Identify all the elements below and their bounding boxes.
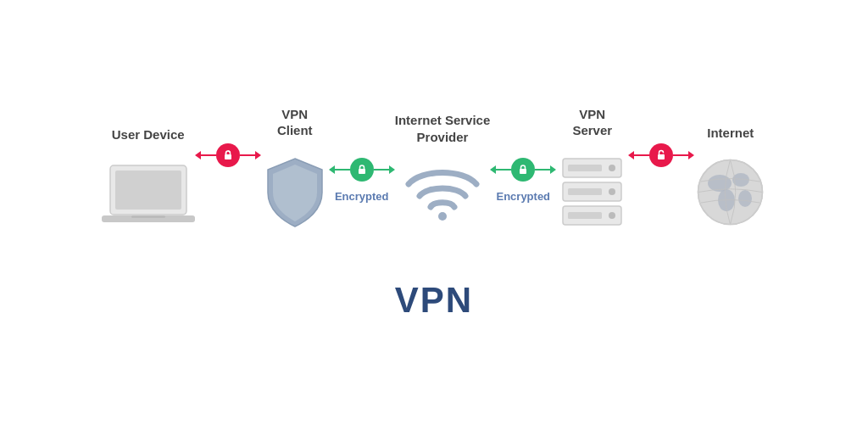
svg-point-13 — [609, 188, 615, 195]
node-internet: Internet — [694, 107, 766, 254]
svg-rect-5 — [359, 169, 365, 174]
encrypted-label-2: Encrypted — [496, 190, 550, 203]
line-4a — [634, 154, 649, 156]
line-2b — [374, 169, 389, 171]
connector-arrows-3 — [490, 158, 556, 182]
line-2a — [335, 169, 350, 171]
connector-arrows-4 — [628, 143, 694, 167]
lock-green-2 — [511, 158, 535, 182]
node-vpn-server: VPNServer — [556, 105, 628, 256]
connector-3: Encrypted — [490, 158, 556, 203]
line-4b — [673, 154, 688, 156]
svg-rect-4 — [225, 154, 231, 159]
arrow-left-4 — [628, 151, 634, 159]
arrow-left-2 — [329, 165, 335, 174]
svg-point-22 — [738, 190, 752, 207]
arrow-right-1 — [255, 151, 261, 159]
svg-rect-1 — [115, 171, 181, 210]
encrypted-label-1: Encrypted — [335, 190, 389, 203]
arrow-right-3 — [550, 165, 556, 174]
svg-rect-15 — [568, 212, 602, 219]
vpn-title: VPN — [395, 280, 473, 321]
node-isp: Internet ServiceProvider — [395, 111, 491, 249]
arrow-right-4 — [688, 151, 694, 159]
globe-icon — [694, 156, 766, 228]
wifi-icon — [404, 160, 481, 224]
isp-label: Internet ServiceProvider — [395, 111, 491, 145]
svg-rect-7 — [520, 169, 526, 174]
connector-arrows-1 — [195, 143, 261, 167]
user-device-label: User Device — [112, 109, 185, 143]
svg-point-10 — [609, 165, 615, 171]
connector-arrows-2 — [329, 158, 395, 182]
connector-2: Encrypted — [329, 158, 395, 203]
arrow-left-3 — [490, 165, 496, 174]
node-vpn-client: VPNClient — [261, 105, 329, 256]
laptop-icon — [102, 159, 195, 226]
line-3b — [535, 169, 550, 171]
shield-icon — [261, 154, 329, 231]
line-1b — [240, 154, 255, 156]
line-1a — [201, 154, 216, 156]
vpn-diagram: User Device — [0, 88, 868, 338]
vpn-server-label: VPNServer — [572, 105, 612, 139]
svg-rect-12 — [568, 188, 602, 195]
vpn-client-label: VPNClient — [277, 105, 313, 139]
line-3a — [496, 169, 511, 171]
lock-green-1 — [350, 158, 374, 182]
arrow-right-2 — [389, 165, 395, 174]
svg-point-6 — [438, 212, 447, 221]
lock-red-1 — [216, 143, 240, 167]
arrow-left-1 — [195, 151, 201, 159]
connector-1 — [195, 143, 261, 193]
node-user-device: User Device — [102, 109, 195, 252]
lock-red-2 — [649, 143, 673, 167]
connector-4 — [628, 143, 694, 193]
nodes-row: User Device — [25, 105, 843, 256]
svg-rect-3 — [131, 215, 165, 218]
internet-label: Internet — [707, 107, 754, 141]
server-icon — [556, 154, 628, 231]
svg-rect-9 — [568, 165, 602, 171]
svg-rect-17 — [658, 154, 665, 159]
svg-point-16 — [609, 212, 615, 219]
